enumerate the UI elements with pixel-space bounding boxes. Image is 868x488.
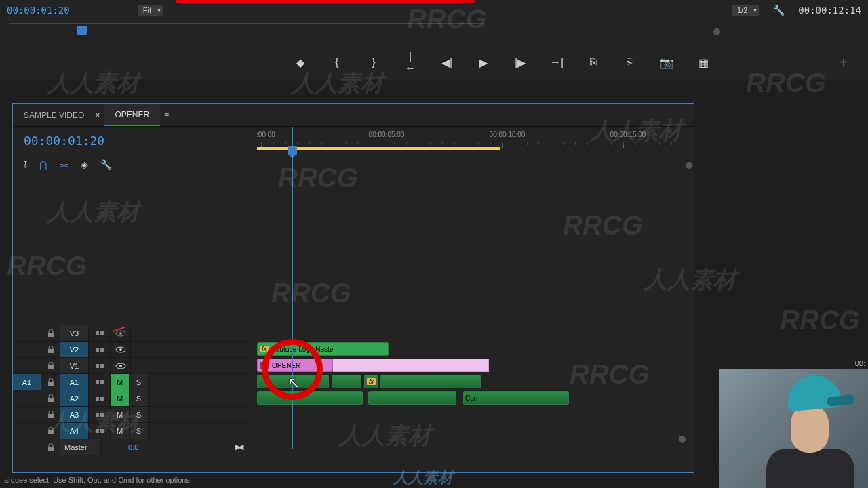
svg-point-14 [119,365,122,367]
solo-a1[interactable]: S [130,374,149,390]
lock-v2[interactable] [41,342,60,357]
settings-wrench-icon[interactable]: 🔧 [773,5,785,16]
tab-close-icon[interactable]: × [95,110,100,120]
lock-v1[interactable] [41,358,60,373]
svg-rect-12 [100,364,104,368]
sync-v1[interactable] [89,358,111,373]
nest-toggle-icon[interactable]: ⫱ [24,159,27,170]
marker-icon[interactable]: ◈ [81,159,88,170]
sequence-timecode[interactable]: 00:00:01:20 [24,134,237,148]
clip-opener-tail[interactable] [333,359,489,372]
source-a4[interactable] [13,423,41,439]
lift-icon[interactable]: ⎘ [587,56,600,68]
track-master[interactable]: Master [60,439,101,455]
source-v3[interactable] [13,325,41,341]
track-a4[interactable]: A4 [60,423,89,439]
audio-clip[interactable] [332,375,361,388]
source-v1[interactable] [13,358,41,373]
track-a1[interactable]: A1 [60,374,89,390]
zoom-dropdown[interactable]: Fit [138,5,163,16]
visibility-v2[interactable] [111,342,131,357]
audio-clip[interactable]: Con [463,391,569,405]
master-level[interactable]: 0.0 [128,443,138,451]
bracket-in-icon[interactable]: { [330,56,344,68]
svg-rect-16 [96,380,99,384]
tab-opener[interactable]: OPENER [104,104,160,126]
solo-a4[interactable]: S [130,423,149,439]
lock-a3[interactable] [41,407,60,422]
timeline-panel: SAMPLE VIDEO × OPENER ≡ 00:00:01:20 ⫱ ⋂ … [12,103,694,473]
svg-point-9 [119,348,122,351]
track-v2[interactable]: V2 [60,342,89,357]
svg-rect-25 [96,429,99,433]
clip-opener[interactable]: fx OPENER [257,359,333,372]
extract-icon[interactable]: ⎗ [623,56,637,68]
timeline-settings-icon[interactable]: 🔧 [100,159,112,170]
sync-v3[interactable] [89,325,111,341]
snap-icon[interactable]: ⋂ [39,159,47,170]
audio-clip[interactable] [257,375,329,388]
export-frame-icon[interactable]: 📷 [660,56,673,69]
source-a3[interactable] [13,407,41,422]
lock-a4[interactable] [41,423,60,439]
watermark: RRCG [780,305,860,336]
track-v3[interactable]: V3 [60,325,89,341]
fx-badge: fx [260,362,269,369]
sync-a2[interactable] [89,390,111,406]
sync-a1[interactable] [89,374,111,390]
mute-a4[interactable]: M [111,423,130,439]
svg-rect-7 [100,348,104,352]
go-in-icon[interactable]: |← [403,50,417,75]
mute-a1[interactable]: M [111,374,130,390]
scroll-indicator[interactable] [686,162,692,169]
linked-selection-icon[interactable]: ⫘ [59,159,68,170]
source-a1[interactable]: A1 [13,374,41,390]
source-master[interactable] [13,439,41,455]
svg-rect-11 [96,364,99,368]
comparison-icon[interactable]: ▦ [696,56,710,69]
source-a2[interactable] [13,390,41,406]
audio-clip[interactable] [380,375,481,388]
solo-a3[interactable]: S [130,407,149,422]
mute-a3[interactable]: M [111,407,130,422]
sync-v2[interactable] [89,342,111,357]
tab-menu-icon[interactable]: ≡ [164,110,169,120]
clip-youtube-logo[interactable]: fx Youtube Logo Neste [257,342,389,356]
audio-clip[interactable] [368,391,456,405]
lock-master[interactable] [41,439,60,455]
play-icon[interactable]: ▶ [477,56,490,69]
audio-clip[interactable]: fx [364,375,378,388]
svg-rect-17 [100,380,104,384]
work-area-bar[interactable] [257,147,500,150]
program-timecode: 00:00:12:14 [798,5,861,16]
resolution-dropdown[interactable]: 1/2 [732,5,760,16]
sync-a3[interactable] [89,407,111,422]
go-out-icon[interactable]: →| [550,56,564,68]
track-a2[interactable]: A2 [60,390,89,406]
svg-rect-26 [100,429,104,433]
lock-v3[interactable] [41,325,60,341]
bracket-out-icon[interactable]: } [367,56,380,68]
lock-a2[interactable] [41,390,60,406]
track-v1[interactable]: V1 [60,358,89,373]
step-forward-icon[interactable]: |▶ [513,56,527,69]
solo-a2[interactable]: S [130,390,149,406]
mute-a2[interactable]: M [111,390,130,406]
svg-rect-2 [100,331,104,336]
button-editor-icon[interactable]: + [840,55,848,70]
lock-a1[interactable] [41,374,60,390]
scroll-dot[interactable] [713,28,720,35]
source-timecode: 00:00:01:20 [7,5,70,16]
scrub-handle[interactable] [77,26,87,35]
master-pan-icon[interactable]: ▶◀ [235,443,241,451]
mark-in-icon[interactable]: ◆ [294,56,307,69]
visibility-v3[interactable] [111,325,131,341]
scroll-indicator-bottom[interactable] [679,436,686,443]
audio-clip[interactable] [257,391,363,405]
visibility-v1[interactable] [111,358,131,373]
source-v2[interactable] [13,342,41,357]
step-back-icon[interactable]: ◀| [440,56,454,69]
track-a3[interactable]: A3 [60,407,89,422]
sync-a4[interactable] [89,423,111,439]
tab-sample-video[interactable]: SAMPLE VIDEO [13,105,95,125]
